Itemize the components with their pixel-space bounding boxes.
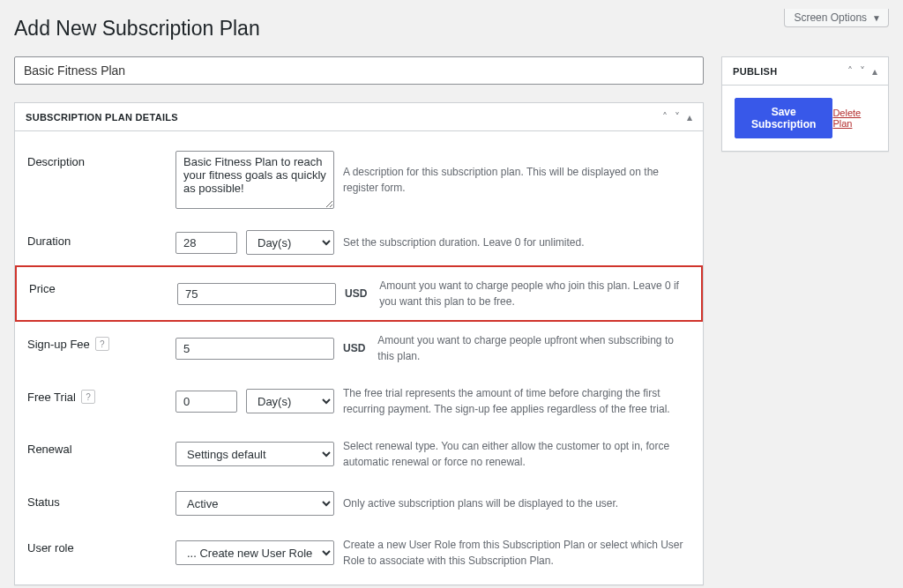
signup-fee-currency: USD <box>343 342 365 354</box>
signup-fee-label: Sign-up Fee <box>27 338 90 351</box>
toggle-icon[interactable]: ▴ <box>687 111 692 123</box>
price-label: Price <box>29 278 177 295</box>
description-textarea[interactable]: Basic Fitness Plan to reach your fitness… <box>175 151 334 209</box>
free-trial-row: Free Trial ? Day(s) The free trial repre… <box>15 375 703 428</box>
free-trial-unit-select[interactable]: Day(s) <box>246 389 334 413</box>
move-up-icon[interactable]: ˄ <box>847 65 853 78</box>
user-role-help: Create a new User Role from this Subscri… <box>343 537 690 569</box>
renewal-select[interactable]: Settings default <box>175 442 334 466</box>
user-role-label: User role <box>27 537 175 555</box>
move-down-icon[interactable]: ˅ <box>860 65 865 78</box>
free-trial-input[interactable] <box>175 391 237 413</box>
renewal-label: Renewal <box>27 438 175 456</box>
subscription-plan-details-box: SUBSCRIPTION PLAN DETAILS ˄ ˅ ▴ Descript… <box>14 102 704 585</box>
duration-input[interactable] <box>175 232 237 254</box>
status-help: Only active subscription plans will be d… <box>343 495 690 511</box>
price-help: Amount you want to charge people who joi… <box>379 278 689 309</box>
user-role-row: User role ... Create new User Role Creat… <box>15 526 703 579</box>
publish-box: PUBLISH ˄ ˅ ▴ Save Subscription Delete P… <box>721 56 889 152</box>
user-role-select[interactable]: ... Create new User Role <box>175 540 334 565</box>
duration-row: Duration Day(s) Set the subscription dur… <box>15 220 703 265</box>
save-subscription-button[interactable]: Save Subscription <box>735 98 832 138</box>
status-select[interactable]: Active <box>175 491 334 516</box>
screen-options-toggle[interactable]: Screen Options ▼ <box>784 9 889 27</box>
free-trial-label: Free Trial <box>27 391 76 404</box>
page-title: Add New Subscription Plan <box>14 9 260 44</box>
details-heading: SUBSCRIPTION PLAN DETAILS <box>26 112 178 123</box>
chevron-down-icon: ▼ <box>872 13 881 23</box>
screen-options-label: Screen Options <box>794 11 867 24</box>
renewal-row: Renewal Settings default Select renewal … <box>15 428 703 480</box>
delete-plan-link[interactable]: Delete Plan <box>832 108 876 129</box>
price-currency: USD <box>345 287 367 300</box>
duration-help: Set the subscription duration. Leave 0 f… <box>343 234 690 250</box>
signup-fee-help: Amount you want to charge people upfront… <box>377 332 690 364</box>
status-label: Status <box>27 491 175 509</box>
help-icon[interactable]: ? <box>95 337 109 351</box>
status-row: Status Active Only active subscription p… <box>15 480 703 526</box>
description-row: Description Basic Fitness Plan to reach … <box>15 140 703 220</box>
duration-unit-select[interactable]: Day(s) <box>246 230 334 255</box>
description-help: A description for this subscription plan… <box>343 164 690 196</box>
description-label: Description <box>27 151 175 168</box>
price-row: Price USD Amount you want to charge peop… <box>15 265 703 322</box>
plan-title-input[interactable] <box>14 56 704 85</box>
signup-fee-row: Sign-up Fee ? USD Amount you want to cha… <box>15 322 703 375</box>
toggle-icon[interactable]: ▴ <box>872 65 877 78</box>
publish-heading: PUBLISH <box>733 66 777 77</box>
help-icon[interactable]: ? <box>81 390 95 404</box>
renewal-help: Select renewal type. You can either allo… <box>343 438 690 470</box>
price-input[interactable] <box>177 283 336 305</box>
duration-label: Duration <box>27 230 175 248</box>
move-up-icon[interactable]: ˄ <box>662 111 668 123</box>
free-trial-help: The free trial represents the amount of … <box>343 385 690 417</box>
move-down-icon[interactable]: ˅ <box>675 111 680 123</box>
signup-fee-input[interactable] <box>175 338 334 360</box>
